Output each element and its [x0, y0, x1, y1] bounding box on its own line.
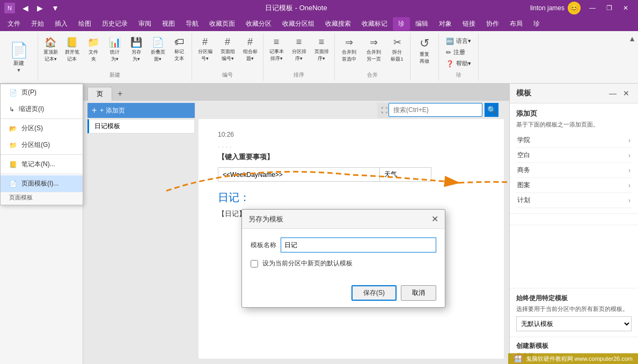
page-group-num-btn[interactable]: # 页面组编号▾ — [217, 34, 238, 70]
menu-fav-tag[interactable]: 收藏标记 — [356, 17, 393, 31]
help-btn[interactable]: ❓ 帮助▾ — [443, 58, 474, 69]
menu-view[interactable]: 视图 — [157, 17, 180, 31]
default-template-select[interactable]: 无默认模板 — [516, 316, 632, 331]
menu-file[interactable]: 文件 — [2, 17, 26, 31]
modal-close-button[interactable]: ✕ — [431, 214, 438, 224]
right-panel: 模板 — ✕ 添加页 基于下面的模板之一添加页面。 学院 › 空白 › 商务 › — [509, 84, 638, 364]
combo-title-btn[interactable]: # 组合标题▾ — [239, 34, 261, 70]
menu-rare2[interactable]: 珍 — [528, 17, 545, 31]
context-notebook[interactable]: 📒 笔记本(N)... — [1, 156, 83, 173]
template-kongbai[interactable]: 空白 › — [516, 148, 632, 163]
add-page-label: + 添加页 — [100, 106, 124, 115]
template-jihua[interactable]: 计划 › — [516, 193, 632, 208]
notebook-sort-btn[interactable]: ≡ 记事本排序▾ — [266, 34, 287, 70]
minimize-button[interactable]: — — [584, 2, 601, 14]
menu-fav-section[interactable]: 收藏分区 — [240, 17, 277, 31]
template-name-input[interactable] — [281, 237, 436, 252]
close-button[interactable]: ✕ — [618, 2, 634, 14]
add-tab-button[interactable]: + — [113, 87, 127, 101]
section-group-icon: 📁 — [9, 142, 17, 149]
stats-btn[interactable]: 📊 统计为▾ — [105, 34, 125, 70]
menu-link[interactable]: 链接 — [457, 17, 481, 31]
always-use-section — [510, 214, 638, 225]
open-notebook-btn[interactable]: 📒 群开笔记本 — [62, 34, 82, 70]
menu-review[interactable]: 审阅 — [133, 17, 157, 31]
page-item-diary[interactable]: 日记模板 — [87, 119, 195, 133]
back-button[interactable]: ◀ — [19, 3, 32, 13]
menu-rare[interactable]: 珍 — [393, 17, 410, 31]
restore-button[interactable]: ❐ — [601, 2, 618, 14]
context-page-template[interactable]: 📄 页面模板(I)... — [1, 175, 83, 192]
template-arrow-2: › — [628, 152, 630, 159]
section-num-btn[interactable]: # 分区编号▾ — [194, 34, 216, 70]
collapse-page-btn[interactable]: 📄 折叠页面▾ — [148, 34, 168, 70]
tab-bar: 页 + — [83, 84, 509, 101]
panel-close-btn[interactable]: ✕ — [621, 88, 632, 99]
search-button[interactable]: 🔍 — [485, 103, 498, 117]
menu-draw[interactable]: 绘图 — [73, 17, 97, 31]
template-arrow-4: › — [628, 182, 630, 189]
tag-text-btn[interactable]: 🏷 标记文本 — [169, 34, 189, 70]
window-title: 日记模板 - OneNote — [265, 3, 327, 13]
modal-save-button[interactable]: 保存(S) — [351, 285, 397, 301]
menu-fav-page[interactable]: 收藏页面 — [204, 17, 240, 31]
language-btn[interactable]: 🔤 语言▾ — [443, 36, 474, 46]
menu-home[interactable]: 开始 — [26, 17, 49, 31]
quick-access-button[interactable]: ▼ — [48, 3, 62, 13]
template-tuan[interactable]: 图案 › — [516, 178, 632, 193]
template-xueyuan[interactable]: 学院 › — [516, 133, 632, 148]
right-panel-header: 模板 — ✕ — [510, 84, 638, 103]
top-notebook-btn[interactable]: 🏠 置顶新记本▾ — [40, 34, 61, 70]
window-controls: — ❐ ✕ — [584, 2, 634, 14]
title-bar: N ◀ ▶ ▼ 日记模板 - OneNote linton james 😊 — … — [0, 0, 638, 16]
context-section[interactable]: 📂 分区(S) — [1, 120, 83, 137]
merge-group-label: 合并 — [337, 70, 408, 80]
add-page-section-desc: 基于下面的模板之一添加页面。 — [516, 121, 632, 129]
register-btn[interactable]: ✏ 注册 — [443, 47, 474, 57]
search-input[interactable] — [388, 103, 482, 117]
section-icon: 📂 — [9, 125, 17, 132]
merge-other-btn[interactable]: ⇒ 合并到另一页 — [362, 34, 385, 70]
menu-nav[interactable]: 导航 — [180, 17, 204, 31]
default-template-checkbox[interactable] — [251, 260, 258, 268]
split-title-btn[interactable]: ✂ 拆分标题1 — [386, 34, 408, 70]
page-time: 10:26 — [218, 131, 485, 138]
template-shangwu[interactable]: 商务 › — [516, 163, 632, 178]
merge-first-btn[interactable]: ⇒ 合并到首选中 — [337, 34, 361, 70]
modal-checkbox-label: 设为当前分区中新页的默认模板 — [262, 259, 353, 268]
new-group-label: 新建 — [40, 70, 189, 80]
important-text: 【键入重要事项】 — [218, 152, 485, 162]
add-page-section: 添加页 基于下面的模板之一添加页面。 学院 › 空白 › 商务 › 图案 › 计… — [510, 103, 638, 214]
page-tab[interactable]: 页 — [87, 87, 112, 101]
menu-fav-group[interactable]: 收藏分区组 — [277, 17, 320, 31]
save-as-btn[interactable]: 💾 另存为▾ — [126, 34, 146, 70]
add-page-bar[interactable]: + + 添加页 — [87, 103, 195, 118]
section-sort-btn[interactable]: ≡ 分区排序▾ — [288, 34, 310, 70]
new-button[interactable]: 📄 新建 ▼ — [5, 38, 32, 77]
context-page[interactable]: 📄 页(P) — [1, 84, 83, 101]
always-use-desc: 选择要用于当前分区中的所有新页的模板。 — [516, 305, 632, 313]
folder-btn[interactable]: 📁 文件夹 — [83, 34, 104, 70]
panel-minimize-btn[interactable]: — — [607, 88, 619, 99]
weekday-cell: <<WeekDayName>> — [218, 168, 380, 182]
menu-insert[interactable]: 插入 — [49, 17, 73, 31]
right-panel-controls: — ✕ — [607, 88, 632, 99]
menu-collab[interactable]: 协作 — [481, 17, 504, 31]
modal-cancel-button[interactable]: 取消 — [401, 285, 436, 301]
page-sort-btn[interactable]: ≡ 页面排序▾ — [311, 34, 332, 70]
menu-layout[interactable]: 布局 — [504, 17, 528, 31]
separator: .... — [218, 142, 485, 149]
menu-history[interactable]: 历史记录 — [97, 17, 133, 31]
weather-cell: 天气 — [379, 168, 431, 182]
menu-object[interactable]: 对象 — [434, 17, 457, 31]
ribbon-collapse-btn[interactable]: ▲ — [628, 34, 636, 43]
menu-fav-search[interactable]: 收藏搜索 — [320, 17, 356, 31]
modal-body: 模板名称 设为当前分区中新页的默认模板 — [242, 229, 445, 281]
context-section-group[interactable]: 📁 分区组(G) — [1, 137, 83, 153]
redo-btn[interactable]: ↺ 重复再做 — [413, 34, 436, 78]
context-indent-page[interactable]: ↳ 缩进页(I) — [1, 101, 83, 117]
user-avatar: 😊 — [568, 2, 581, 14]
forward-button[interactable]: ▶ — [34, 3, 46, 13]
context-footer-label: 页面模板 — [1, 192, 83, 205]
menu-edit[interactable]: 编辑 — [410, 17, 434, 31]
